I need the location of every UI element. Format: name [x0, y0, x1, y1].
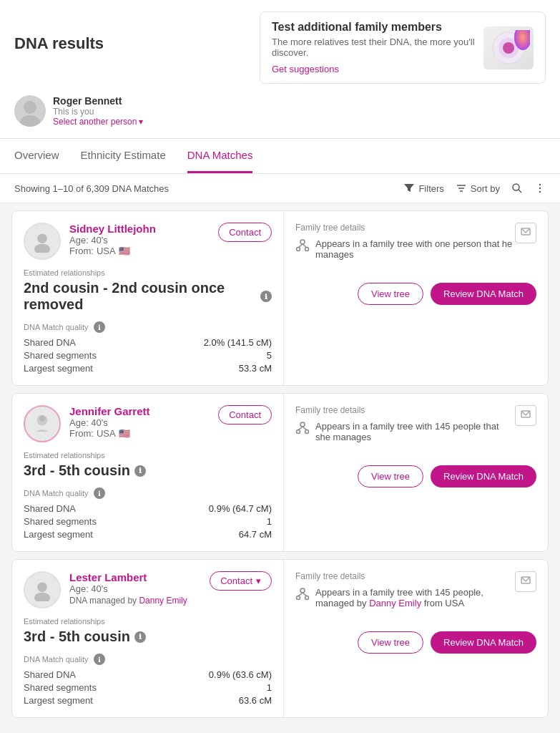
match-right-1: Family tree details Appears in a family …: [284, 211, 548, 385]
tab-dna-matches[interactable]: DNA Matches: [187, 139, 253, 173]
dna-quality-label-2: DNA Match quality ℹ: [24, 487, 272, 499]
match-card-3: Lester Lambert Age: 40's DNA managed by …: [11, 559, 549, 718]
message-icon-2: [520, 409, 531, 420]
toolbar: Showing 1–10 of 6,309 DNA Matches Filter…: [0, 174, 560, 203]
match-name-1[interactable]: Sidney Littlejohn: [69, 223, 156, 235]
family-tree-content-1: Appears in a family tree with one person…: [295, 238, 515, 260]
tab-overview[interactable]: Overview: [14, 139, 59, 173]
svg-point-10: [539, 191, 541, 193]
family-tree-managed-link-3[interactable]: Danny Emily: [369, 598, 421, 608]
svg-point-4: [24, 101, 36, 114]
promo-subtitle: The more relatives test their DNA, the m…: [272, 37, 483, 58]
shared-dna-row-1: Shared DNA 2.0% (141.5 cM): [24, 337, 272, 348]
family-tree-content-2: Appears in a family tree with 145 people…: [295, 421, 515, 442]
shared-segs-row-1: Shared segments 5: [24, 350, 272, 361]
largest-seg-row-3: Largest segment 63.6 cM: [24, 695, 272, 706]
est-rel-label-2: Estimated relationships: [24, 451, 272, 460]
toolbar-actions: Filters Sort by: [403, 183, 546, 194]
dna-quality-info-3[interactable]: ℹ: [94, 654, 105, 665]
svg-point-5: [20, 115, 40, 127]
match-avatar-1: [24, 223, 61, 260]
promo-link[interactable]: Get suggestions: [272, 64, 483, 74]
match-age-1: Age: 40's: [69, 235, 156, 246]
shared-segs-row-3: Shared segments 1: [24, 682, 272, 693]
review-match-button-1[interactable]: Review DNA Match: [431, 283, 536, 305]
search-button[interactable]: [511, 183, 523, 194]
match-name-2[interactable]: Jennifer Garrett: [69, 405, 150, 417]
info-icon-2[interactable]: ℹ: [134, 465, 146, 477]
page-title: DNA results: [14, 34, 104, 53]
promo-title: Test additional family members: [272, 21, 483, 34]
match-avatar-3: [24, 571, 61, 608]
message-button-2[interactable]: [515, 405, 536, 426]
est-rel-label-3: Estimated relationships: [24, 617, 272, 626]
managed-by-link-3[interactable]: Danny Emily: [139, 596, 187, 606]
message-button-1[interactable]: [515, 223, 536, 243]
svg-point-27: [37, 583, 47, 593]
user-section: Roger Bennett This is you Select another…: [14, 95, 546, 127]
matches-list: Sidney Littlejohn Age: 40's From: USA 🇺🇸…: [0, 203, 560, 725]
match-card-2: Jennifer Garrett Age: 40's From: USA 🇺🇸 …: [11, 393, 549, 552]
view-tree-button-1[interactable]: View tree: [358, 283, 423, 305]
contact-button-1[interactable]: Contact: [218, 223, 272, 242]
contact-button-2[interactable]: Contact: [218, 405, 272, 424]
svg-point-13: [300, 240, 305, 244]
showing-text: Showing 1–10 of 6,309 DNA Matches: [14, 183, 169, 194]
view-tree-button-3[interactable]: View tree: [358, 631, 423, 654]
avatar: [14, 95, 46, 127]
svg-point-15: [305, 248, 309, 251]
sort-by-button[interactable]: Sort by: [456, 183, 500, 194]
match-left-1: Sidney Littlejohn Age: 40's From: USA 🇺🇸…: [12, 211, 284, 385]
user-subtitle: This is you: [53, 107, 143, 117]
svg-line-24: [298, 427, 303, 430]
review-match-button-2[interactable]: Review DNA Match: [431, 465, 536, 487]
family-tree-title-2: Family tree details: [295, 405, 515, 415]
svg-point-23: [305, 430, 309, 434]
sort-icon: [456, 183, 467, 194]
svg-line-32: [298, 593, 303, 596]
dna-quality-label-1: DNA Match quality ℹ: [24, 321, 272, 333]
review-match-button-3[interactable]: Review DNA Match: [431, 631, 536, 654]
dna-quality-info-2[interactable]: ℹ: [94, 487, 105, 499]
tree-icon-3: [295, 587, 310, 601]
contact-button-3[interactable]: Contact ▾: [210, 571, 272, 591]
svg-point-30: [297, 596, 300, 600]
match-right-2: Family tree details Appears in a family …: [284, 394, 548, 551]
largest-seg-row-2: Largest segment 64.7 cM: [24, 529, 272, 540]
match-card: Sidney Littlejohn Age: 40's From: USA 🇺🇸…: [11, 210, 549, 386]
info-icon-1[interactable]: ℹ: [260, 291, 272, 302]
svg-point-21: [300, 422, 305, 427]
message-button-3[interactable]: [515, 571, 536, 592]
family-tree-title-3: Family tree details: [295, 571, 515, 581]
dna-quality-info-1[interactable]: ℹ: [94, 321, 105, 333]
svg-point-31: [305, 596, 309, 600]
message-icon-3: [520, 575, 531, 586]
promo-visual: [483, 26, 534, 69]
family-tree-content-3: Appears in a family tree with 145 people…: [295, 587, 515, 608]
select-another-link[interactable]: Select another person ▾: [53, 117, 143, 127]
tabs: Overview Ethnicity Estimate DNA Matches: [0, 139, 560, 174]
managed-by-3: DNA managed by Danny Emily: [69, 596, 187, 606]
shared-dna-row-2: Shared DNA 0.9% (64.7 cM): [24, 503, 272, 514]
svg-point-28: [34, 593, 50, 601]
more-options-button[interactable]: [534, 183, 546, 194]
shared-segs-row-2: Shared segments 1: [24, 516, 272, 527]
svg-point-8: [539, 184, 541, 185]
header: DNA results Test additional family membe…: [0, 0, 560, 139]
filter-icon: [403, 183, 415, 194]
match-name-3[interactable]: Lester Lambert: [69, 571, 187, 583]
svg-point-6: [513, 184, 519, 190]
match-left-3: Lester Lambert Age: 40's DNA managed by …: [12, 560, 284, 717]
match-from-2: From: USA 🇺🇸: [69, 428, 150, 439]
svg-line-7: [519, 190, 521, 193]
search-icon: [511, 183, 523, 194]
svg-point-2: [503, 42, 514, 54]
view-tree-button-2[interactable]: View tree: [358, 465, 423, 487]
svg-line-16: [298, 244, 303, 248]
filters-button[interactable]: Filters: [403, 183, 443, 194]
family-tree-title-1: Family tree details: [295, 223, 515, 233]
relationship-3: 3rd - 5th cousin ℹ: [24, 628, 272, 645]
dna-quality-label-3: DNA Match quality ℹ: [24, 654, 272, 665]
info-icon-3[interactable]: ℹ: [134, 631, 146, 643]
tab-ethnicity[interactable]: Ethnicity Estimate: [81, 139, 166, 173]
